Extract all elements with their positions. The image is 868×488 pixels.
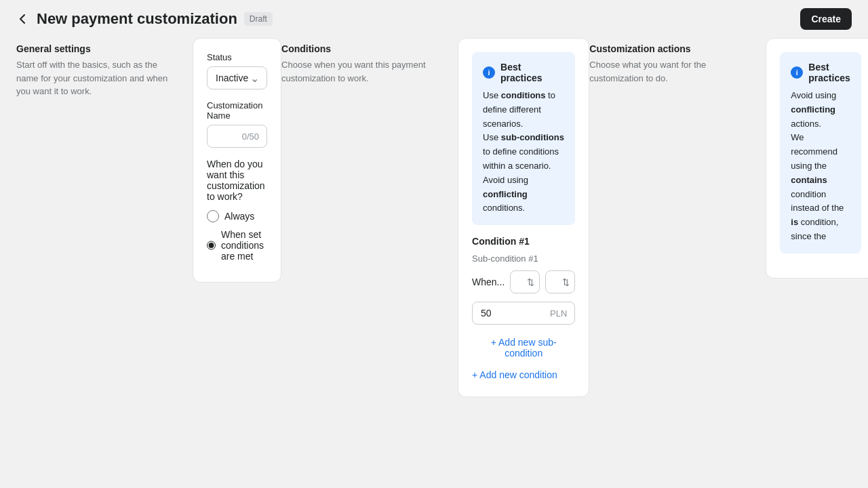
actions-best-practices-header: i Best practices — [791, 62, 850, 83]
status-select-wrapper: Inactive Active — [207, 66, 267, 89]
back-button[interactable] — [16, 12, 30, 26]
general-settings-title: General settings — [16, 43, 176, 54]
best-practices-header: i Best practices — [483, 62, 564, 83]
when-row: When... Cart total amount Cart item coun… — [472, 270, 575, 293]
actions-best-practices-box: i Best practices Avoid using conflicting… — [780, 52, 861, 253]
add-condition-button[interactable]: + Add new condition — [472, 367, 557, 383]
radio-always-input[interactable] — [207, 210, 219, 222]
top-bar-left: New payment customization Draft — [16, 10, 273, 28]
best-practice-1: Use conditions to define different scena… — [483, 89, 564, 131]
conditions-right: i Best practices Use conditions to defin… — [458, 38, 589, 408]
actions-section-desc: Choose what you want for the customizati… — [589, 58, 749, 85]
conditions-card: i Best practices Use conditions to defin… — [458, 38, 589, 397]
conditions-section-desc: Choose when you want this payment custom… — [281, 58, 441, 85]
general-settings-desc: Start off with the basics, such as the n… — [16, 58, 176, 98]
radio-conditions-input[interactable] — [207, 239, 216, 251]
general-settings-right: Status Inactive Active Customization Nam… — [193, 38, 281, 408]
actions-right: i Best practices Avoid using conflicting… — [766, 38, 868, 408]
back-arrow-icon — [16, 12, 30, 26]
condition-1-title: Condition #1 — [472, 236, 575, 247]
when-radio-group: When do you want this customization to w… — [207, 159, 267, 262]
main-content: General settings Start off with the basi… — [0, 38, 814, 408]
when-question: When do you want this customization to w… — [207, 159, 267, 202]
status-label: Status — [207, 52, 267, 62]
value-input-wrapper: PLN — [472, 302, 575, 325]
conditions-left: Conditions Choose when you want this pay… — [281, 38, 458, 408]
actions-best-practice-2: We recommend using the contains conditio… — [791, 131, 850, 243]
general-settings-left: General settings Start off with the basi… — [16, 38, 193, 408]
top-bar: New payment customization Draft Create — [0, 0, 868, 38]
actions-left: Customization actions Choose what you wa… — [589, 38, 766, 408]
draft-badge: Draft — [244, 12, 273, 26]
cart-total-select-wrapper: Cart total amount Cart item count Cart s… — [510, 270, 540, 293]
radio-always-option[interactable]: Always — [207, 210, 267, 222]
actions-best-practice-1: Avoid using conflicting actions. — [791, 89, 850, 131]
radio-always-label: Always — [224, 211, 254, 222]
add-subcondition-button[interactable]: + Add new sub-condition — [472, 334, 575, 361]
best-practices-title: Best practices — [500, 62, 564, 83]
value-row: PLN — [472, 302, 575, 325]
actions-best-practices-title: Best practices — [808, 62, 850, 83]
actions-section-title: Customization actions — [589, 43, 749, 54]
cart-total-select[interactable]: Cart total amount Cart item count Cart s… — [510, 270, 540, 293]
actions-card: i Best practices Avoid using conflicting… — [766, 38, 868, 279]
page-title: New payment customization — [37, 10, 237, 28]
radio-conditions-option[interactable]: When set conditions are met — [207, 229, 267, 262]
best-practices-box: i Best practices Use conditions to defin… — [472, 52, 575, 225]
customization-name-counter: 0/50 — [242, 131, 259, 142]
operator-select[interactable]: is greater than or is is less than or is… — [545, 270, 575, 293]
customization-name-label: Customization Name — [207, 100, 267, 121]
radio-conditions-label: When set conditions are met — [221, 229, 267, 262]
conditions-section-title: Conditions — [281, 43, 441, 54]
general-settings-card: Status Inactive Active Customization Nam… — [193, 38, 281, 283]
status-select[interactable]: Inactive Active — [207, 66, 267, 89]
customization-name-wrapper: 0/50 — [207, 125, 267, 148]
customization-name-group: Customization Name 0/50 — [207, 100, 267, 148]
info-icon: i — [483, 66, 495, 79]
best-practice-3: Avoid using conflicting conditions. — [483, 174, 564, 216]
when-label: When... — [472, 277, 505, 287]
subcondition-1-title: Sub-condition #1 — [472, 253, 575, 264]
best-practice-2: Use sub-conditions to define conditions … — [483, 131, 564, 173]
currency-label: PLN — [550, 308, 567, 319]
actions-info-icon: i — [791, 66, 803, 79]
status-group: Status Inactive Active — [207, 52, 267, 89]
operator-select-wrapper: is greater than or is is less than or is… — [545, 270, 575, 293]
create-button[interactable]: Create — [800, 8, 852, 30]
